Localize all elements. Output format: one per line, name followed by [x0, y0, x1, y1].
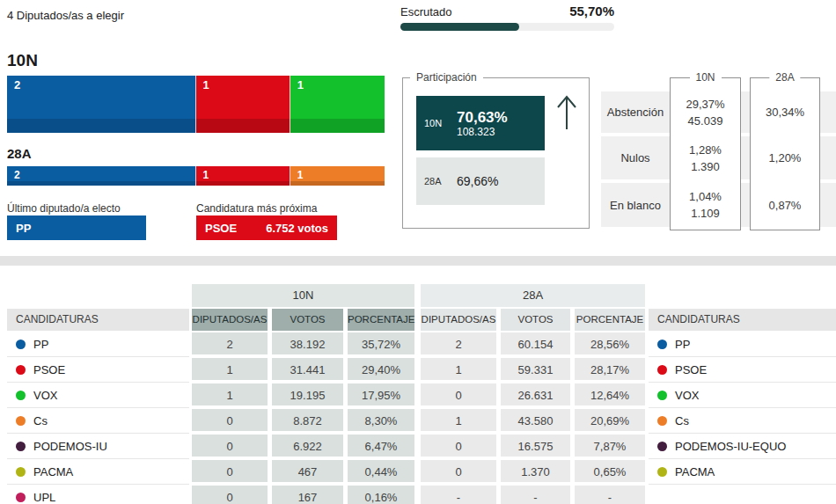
cell-10n-votos: 6.922 [272, 435, 343, 458]
seat-segment-cs: 1 [290, 166, 385, 186]
party-name: PACMA [675, 465, 715, 478]
cell-28a-votos: 59.331 [501, 358, 570, 382]
cell-28a-porcentaje: 20,69% [575, 409, 645, 433]
candidaturas-header-right: CANDIDATURAS [649, 309, 836, 331]
cell-10n-votos: 31.441 [272, 358, 343, 382]
cell-28a-diputados: 0 [421, 383, 496, 407]
party-name: PODEMOS-IU-EQUO [675, 440, 786, 453]
party-dot [16, 467, 26, 477]
stat-percent: 1,20% [769, 150, 802, 166]
last-elected-label: Último diputado/a electo [7, 202, 121, 215]
party-name: Cs [33, 414, 48, 427]
stat-label: Abstención [601, 91, 670, 133]
cell-10n-votos: 467 [272, 460, 343, 484]
participation-legend: Participación [410, 71, 483, 84]
seat-segment-pp: 2 [7, 166, 196, 186]
seat-bar-28a: 2 1 1 [7, 166, 385, 186]
party-name: UPL [33, 491, 55, 504]
table-group-header-row: 10N 28A [0, 284, 836, 309]
party-cell: PSOE [7, 358, 189, 383]
cell-10n-votos: 167 [272, 486, 343, 504]
stat-label: Nulos [601, 136, 670, 179]
party-name: VOX [33, 389, 57, 402]
party-name: PSOE [675, 363, 707, 376]
party-dot [657, 493, 667, 502]
stat-values-28a: 1,20% [750, 136, 820, 179]
party-dot [657, 416, 667, 426]
seat-count: 2 [14, 169, 20, 181]
party-cell: PSOE [649, 358, 836, 383]
seat-segment-vox: 1 [290, 76, 385, 133]
cell-10n-porcentaje: 17,95% [348, 383, 414, 407]
col-header-10n-porcentaje: PORCENTAJE [348, 309, 414, 331]
cell-10n-diputados: 0 [192, 409, 268, 433]
cell-28a-votos: 1.370 [501, 460, 570, 484]
escrutado-value: 55,70% [400, 4, 614, 18]
cell-28a-diputados: 2 [421, 332, 496, 356]
party-dot [657, 442, 667, 451]
stat-percent: 29,37% [686, 96, 724, 113]
seat-bar-10n: 2 1 1 [7, 76, 385, 133]
cell-10n-diputados: 1 [192, 358, 268, 382]
last-elected-box: PP [7, 215, 146, 240]
cell-10n-porcentaje: 8,30% [348, 409, 414, 433]
stat-percent: 1,04% [689, 188, 722, 205]
seat-count: 1 [203, 78, 209, 91]
table-row-cs: Cs 0 8.872 8,30% 1 43.580 20,69% Cs [0, 409, 836, 435]
party-cell: PACMA [7, 460, 189, 485]
section-divider [0, 256, 836, 266]
participation-28a-tag: 28A [416, 176, 457, 186]
closest-votes: 6.752 votos [266, 222, 328, 235]
closest-candidacy-label: Candidatura más próxima [196, 202, 317, 215]
group-header-10n: 10N [192, 284, 414, 307]
party-dot [657, 340, 667, 349]
party-cell: Cs [649, 409, 836, 434]
party-cell: VOX [7, 383, 189, 408]
cell-28a-votos: 60.154 [501, 332, 570, 356]
cell-10n-porcentaje: 6,47% [348, 435, 414, 458]
cell-10n-diputados: 0 [192, 486, 268, 504]
cell-10n-votos: 8.872 [272, 409, 343, 433]
cell-28a-porcentaje: - [575, 486, 645, 504]
party-cell: PACMA [649, 460, 836, 485]
cell-28a-diputados: 1 [421, 358, 496, 382]
table-row-podemos: PODEMOS-IU 0 6.922 6,47% 0 16.575 7,87% … [0, 435, 836, 460]
party-name: Cs [675, 414, 689, 427]
participation-10n-tag: 10N [416, 118, 457, 128]
stats-panel: 10N 28A Abstención Nulos En blanco 29,37… [601, 69, 836, 230]
table-row-psoe: PSOE 1 31.441 29,40% 1 59.331 28,17% PSO… [0, 358, 836, 383]
cell-28a-porcentaje: 0,65% [575, 460, 645, 484]
col-header-28a-porcentaje: PORCENTAJE [575, 309, 645, 331]
participation-10n-card: 10N 70,63% 108.323 [416, 96, 545, 150]
cell-10n-votos: 38.192 [272, 332, 343, 356]
party-dot [657, 467, 667, 477]
participation-28a-card: 28A 69,66% [416, 157, 545, 205]
participation-panel: Participación 10N 70,63% 108.323 28A 69,… [402, 77, 590, 229]
party-cell: VOX [649, 383, 836, 408]
party-dot [16, 340, 26, 349]
table-row-pacma: PACMA 0 467 0,44% 0 1.370 0,65% PACMA [0, 460, 836, 486]
col-header-10n-votos: VOTOS [272, 309, 343, 331]
cell-28a-votos: - [501, 486, 570, 504]
stats-28a-legend: 28A [769, 71, 800, 84]
cell-28a-diputados: - [421, 486, 496, 504]
cell-10n-diputados: 0 [192, 435, 268, 458]
stat-values-10n: 1,04% 1.109 [670, 183, 741, 227]
col-header-10n-diputados: DIPUTADOS/AS [192, 309, 268, 331]
stat-percent: 30,34% [766, 104, 804, 121]
participation-10n-count: 108.323 [457, 126, 508, 138]
party-cell: PP [649, 332, 836, 357]
cell-28a-diputados: 1 [421, 409, 496, 433]
stat-count: 1.109 [691, 205, 720, 222]
stat-label: En blanco [601, 183, 670, 227]
cell-10n-porcentaje: 35,72% [348, 332, 414, 356]
cell-28a-votos: 16.575 [501, 435, 570, 458]
candidaturas-header-left: CANDIDATURAS [7, 309, 189, 331]
participation-28a-percent: 69,66% [457, 173, 498, 190]
party-name: PACMA [33, 465, 73, 478]
election-28a-heading: 28A [7, 146, 32, 161]
cell-28a-diputados: 0 [421, 435, 496, 458]
stat-percent: 0,87% [769, 197, 802, 214]
stat-percent: 1,28% [689, 142, 722, 158]
table-row-pp: PP 2 38.192 35,72% 2 60.154 28,56% PP [0, 332, 836, 358]
